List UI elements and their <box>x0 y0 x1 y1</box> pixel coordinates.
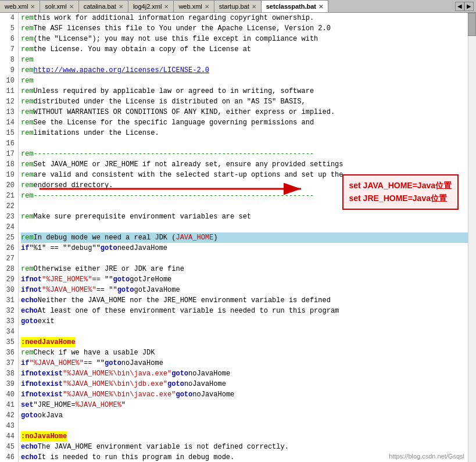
code-token: rem <box>21 23 34 34</box>
code-token: "%JAVA_HOME%" <box>29 358 84 368</box>
tab-catalina-bat[interactable]: catalina.bat ✕ <box>79 0 128 13</box>
code-token: The ASF licenses this file to You under … <box>34 23 331 34</box>
code-token: if <box>21 274 29 285</box>
line-num: 37 <box>2 358 15 368</box>
code-line-38: if not exist "%JAVA_HOME%\bin\java.exe" … <box>21 368 474 379</box>
code-token: exist <box>42 389 63 400</box>
code-line-13: rem WITHOUT WARRANTIES OR CONDITIONS OF … <box>21 107 474 117</box>
code-token: rem <box>21 55 34 65</box>
close-icon[interactable]: ✕ <box>119 3 123 10</box>
code-token: Neither the JAVA_HOME nor the JRE_HOME e… <box>38 295 331 306</box>
tab-label: catalina.bat <box>84 3 116 10</box>
code-token: "%JAVA_HOME%" <box>42 285 96 295</box>
code-token: endorsed directory. <box>34 180 113 191</box>
code-token: needJavaHome <box>117 243 167 253</box>
close-icon[interactable]: ✕ <box>30 3 35 10</box>
code-token: okJava <box>38 410 63 421</box>
tab-startup-bat[interactable]: startup.bat ✕ <box>214 0 262 13</box>
code-token: rem <box>21 149 34 159</box>
code-token: exist <box>42 368 63 379</box>
code-line-44: :noJavaHome <box>21 431 474 442</box>
close-icon[interactable]: ✕ <box>318 3 323 10</box>
line-num: 13 <box>2 107 15 117</box>
line-num: 21 <box>2 191 15 201</box>
code-token: not <box>29 368 42 379</box>
line-num: 23 <box>2 212 15 222</box>
code-token: gotJreHome <box>130 274 171 285</box>
code-label: :noJavaHome <box>21 431 67 442</box>
code-line-26: if "%1" == ""debug"" goto needJavaHome <box>21 243 474 253</box>
code-token: if <box>21 368 29 379</box>
code-token: if <box>21 358 29 368</box>
tab-scroll-left-button[interactable]: ◀ <box>455 2 464 11</box>
code-token: goto <box>117 285 134 295</box>
code-token: echo <box>21 295 38 306</box>
line-num: 41 <box>2 400 15 410</box>
code-line-25: rem In debug mode we need a real JDK (JA… <box>21 232 474 243</box>
line-num: 20 <box>2 180 15 191</box>
line-num: 5 <box>2 23 15 34</box>
code-token: rem <box>21 96 34 107</box>
line-num: 9 <box>2 65 15 76</box>
code-token: "%JAVA_HOME%\bin\jdb.exe" <box>63 379 167 389</box>
tab-solr-xml[interactable]: solr.xml ✕ <box>40 0 78 13</box>
line-num: 44 <box>2 431 15 442</box>
scrollbar[interactable] <box>468 13 476 462</box>
code-token: It is needed to run this program in debu… <box>38 452 234 462</box>
code-line-12: rem distributed under the License is dis… <box>21 96 474 107</box>
code-token: "%JRE_HOME%" <box>42 274 92 285</box>
line-num: 43 <box>2 421 15 431</box>
code-line-45: echo The JAVA_HOME environment variable … <box>21 442 474 452</box>
code-token: rem <box>21 232 34 243</box>
line-numbers: 4 5 6 7 8 9 10 11 12 13 14 15 16 17 18 1… <box>0 13 19 462</box>
tab-setclasspath-bat[interactable]: setclasspath.bat ✕ <box>262 0 328 13</box>
code-token: if <box>21 379 29 389</box>
code-line-35: :needJavaHome <box>21 337 474 348</box>
code-line-18: rem Set JAVA_HOME or JRE_HOME if not alr… <box>21 159 474 170</box>
code-token: goto <box>101 243 117 253</box>
tab-label: web.xml <box>5 3 28 10</box>
code-token: Unless required by applicable law or agr… <box>34 86 314 96</box>
code-line-42: goto okJava <box>21 410 474 421</box>
code-area[interactable]: rem this work for additional information… <box>19 13 476 462</box>
close-icon[interactable]: ✕ <box>252 3 256 10</box>
tab-bar: web.xml ✕ solr.xml ✕ catalina.bat ✕ log4… <box>0 0 476 13</box>
line-num: 46 <box>2 452 15 462</box>
code-line-32: echo At least one of these environment v… <box>21 306 474 316</box>
code-token: rem <box>21 107 34 117</box>
code-token: rem <box>21 128 34 138</box>
code-line-9: rem http://www.apache.org/licenses/LICEN… <box>21 65 474 76</box>
line-num: 39 <box>2 379 15 389</box>
code-link[interactable]: http://www.apache.org/licenses/LICENSE-2… <box>34 65 209 76</box>
code-line-34 <box>21 327 474 337</box>
code-token: ----------------------------------------… <box>34 191 314 201</box>
code-token: JAVA_HOME <box>176 232 213 243</box>
code-line-27 <box>21 253 474 264</box>
tab-scroll-controls: ◀ ▶ <box>453 2 476 11</box>
code-line-7: rem the License. You may obtain a copy o… <box>21 44 474 55</box>
tab-web-xml-2[interactable]: web.xml ✕ <box>174 0 214 13</box>
line-num: 12 <box>2 96 15 107</box>
code-line-16 <box>21 138 474 149</box>
code-line-8: rem <box>21 55 474 65</box>
code-token: WITHOUT WARRANTIES OR CONDITIONS OF ANY … <box>34 107 335 117</box>
code-token: "%JAVA_HOME%\bin\javac.exe" <box>63 389 176 400</box>
tab-log4j2-xml[interactable]: log4j2.xml ✕ <box>128 0 174 13</box>
code-token: set <box>21 400 34 410</box>
code-token: rem <box>21 348 34 358</box>
tab-web-xml-1[interactable]: web.xml ✕ <box>0 0 40 13</box>
code-token: exit <box>38 316 55 327</box>
code-line-6: rem (the "License"); you may not use thi… <box>21 34 474 44</box>
code-token: goto <box>105 358 121 368</box>
line-num: 45 <box>2 442 15 452</box>
scrollbar-thumb[interactable] <box>468 13 476 36</box>
line-num: 22 <box>2 201 15 212</box>
tooltip-box: set JAVA_HOME=Java位置 set JRE_HOME=Java位置 <box>342 174 459 210</box>
tooltip-line1: set JAVA_HOME=Java位置 <box>349 179 452 192</box>
close-icon[interactable]: ✕ <box>205 3 209 10</box>
close-icon[interactable]: ✕ <box>164 3 169 10</box>
line-num: 36 <box>2 348 15 358</box>
tab-scroll-right-button[interactable]: ▶ <box>464 2 474 11</box>
code-line-31: echo Neither the JAVA_HOME nor the JRE_H… <box>21 295 474 306</box>
close-icon[interactable]: ✕ <box>69 3 74 10</box>
